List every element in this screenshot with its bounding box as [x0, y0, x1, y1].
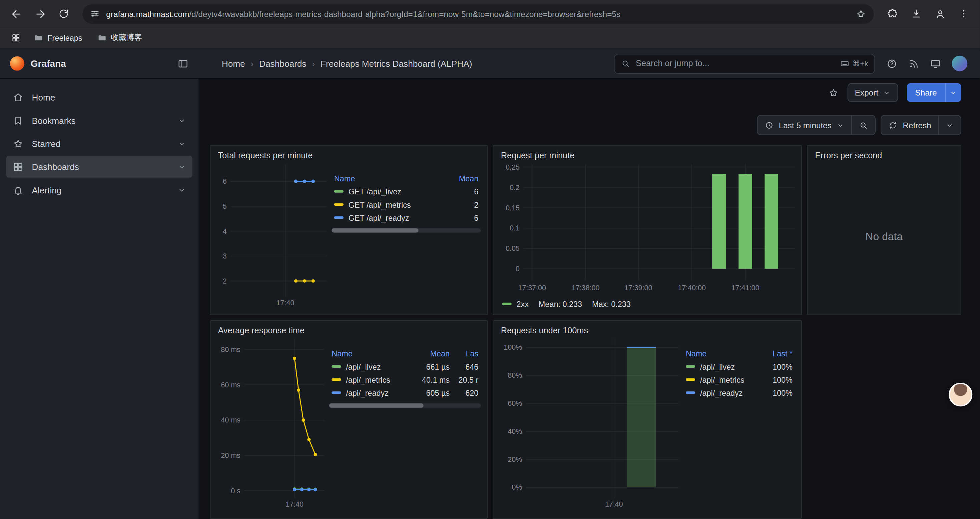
average-response-chart[interactable]: 80 ms60 ms40 ms20 ms0 s17:40 — [217, 339, 324, 509]
panel-title[interactable]: Errors per second — [815, 151, 954, 160]
panel-title[interactable]: Total requests per minute — [218, 151, 480, 160]
time-range-button[interactable]: Last 5 minutes — [757, 115, 851, 134]
site-info-icon[interactable] — [90, 9, 100, 19]
screen: grafana.mathmast.com/d/deytv4rwavabkb/fr… — [0, 0, 980, 519]
series-color-dash — [334, 203, 344, 206]
chevron-down-icon[interactable] — [177, 162, 186, 171]
bookmark-folder-freeleaps[interactable]: Freeleaps — [29, 31, 87, 45]
legend-scrollbar[interactable] — [332, 228, 481, 232]
series-color-dash — [502, 303, 511, 305]
panel-title[interactable]: Requests under 100ms — [501, 326, 795, 335]
kiosk-mode-button[interactable] — [930, 58, 941, 69]
export-button[interactable]: Export — [847, 83, 898, 102]
favorite-dashboard-button[interactable] — [828, 87, 838, 98]
search-placeholder: Search or jump to... — [636, 59, 834, 68]
user-avatar — [952, 56, 968, 72]
legend-header[interactable]: Name — [683, 348, 759, 360]
share-button[interactable]: Share — [907, 83, 945, 102]
profile-button[interactable] — [930, 4, 950, 24]
legend-row[interactable]: /api/_readyz100% — [683, 386, 795, 399]
total-requests-chart[interactable]: 6543217:40 — [217, 164, 327, 308]
forward-button[interactable] — [30, 4, 50, 24]
legend-cell: GET /api/_metrics — [332, 198, 445, 211]
series-color-dash — [332, 366, 341, 368]
sidebar-toggle-button[interactable] — [177, 58, 189, 69]
series-color-dash — [686, 392, 695, 394]
zoom-out-button[interactable] — [851, 115, 875, 134]
browser-menu-button[interactable] — [954, 4, 974, 24]
legend-row[interactable]: /api/_readyz605 µs620 — [329, 386, 481, 399]
dock-sidebar-icon — [177, 58, 189, 69]
breadcrumb-dashboards[interactable]: Dashboards — [259, 58, 306, 69]
legend-row[interactable]: GET /api/_livez6 — [332, 185, 481, 198]
legend-row[interactable]: GET /api/_metrics2 — [332, 198, 481, 211]
svg-text:17:39:00: 17:39:00 — [624, 284, 652, 292]
downloads-button[interactable] — [906, 4, 926, 24]
legend-header[interactable]: Mean — [445, 172, 481, 185]
forward-icon — [34, 8, 46, 20]
legend-row[interactable]: /api/_metrics100% — [683, 374, 795, 386]
assistant-avatar[interactable] — [949, 383, 972, 406]
sidebar-item-home[interactable]: Home — [6, 86, 192, 108]
legend-row[interactable]: /api/_metrics40.1 ms20.5 r — [329, 374, 481, 386]
legend-series[interactable]: 2xx — [502, 300, 528, 309]
help-button[interactable] — [886, 58, 897, 69]
sidebar-item-alerting[interactable]: Alerting — [6, 179, 192, 201]
sidebar-item-bookmarks[interactable]: Bookmarks — [6, 110, 192, 132]
sidebar-item-starred[interactable]: Starred — [6, 133, 192, 155]
legend-header[interactable]: Last * — [759, 348, 795, 360]
chevron-down-icon — [837, 121, 845, 129]
legend-cell: /api/_metrics — [329, 374, 416, 386]
url-bar[interactable]: grafana.mathmast.com/d/deytv4rwavabkb/fr… — [83, 4, 873, 23]
svg-text:0 s: 0 s — [231, 487, 240, 495]
search-input[interactable]: Search or jump to... ⌘+k — [614, 53, 875, 73]
chevron-down-icon[interactable] — [177, 139, 186, 148]
grafana-logo[interactable] — [10, 56, 24, 71]
breadcrumb-current: Freeleaps Metrics Dashboard (ALPHA) — [321, 58, 473, 69]
request-per-minute-chart[interactable]: 0.250.20.150.10.05017:37:0017:38:0017:39… — [500, 164, 795, 293]
apps-grid-button[interactable] — [7, 30, 24, 46]
bookmark-star-icon[interactable] — [856, 8, 866, 19]
reload-button[interactable] — [54, 4, 74, 24]
legend-header[interactable]: Las — [452, 348, 481, 360]
news-button[interactable] — [908, 58, 919, 69]
legend-header[interactable]: Name — [329, 348, 416, 360]
legend-row[interactable]: /api/_livez100% — [683, 360, 795, 374]
legend-cell: 40.1 ms — [416, 374, 452, 386]
scrollbar-thumb[interactable] — [332, 228, 418, 232]
legend-header[interactable]: Mean — [416, 348, 452, 360]
refresh-button[interactable]: Refresh — [881, 115, 938, 134]
legend-row[interactable]: GET /api/_readyz6 — [332, 211, 481, 224]
puzzle-icon — [887, 8, 898, 19]
scrollbar-thumb[interactable] — [329, 404, 423, 408]
bookmark-folder-blogs[interactable]: 收藏博客 — [92, 30, 147, 46]
sidebar-item-dashboards[interactable]: Dashboards — [6, 156, 192, 178]
chevron-down-icon[interactable] — [177, 185, 186, 194]
url-text: grafana.mathmast.com/d/deytv4rwavabkb/fr… — [106, 9, 849, 18]
time-range-group: Last 5 minutes — [757, 115, 876, 135]
refresh-interval-dropdown[interactable] — [938, 115, 960, 134]
legend-scrollbar[interactable] — [329, 404, 481, 408]
panel-title[interactable]: Average response time — [218, 326, 480, 335]
panel-requests-under-100ms: Requests under 100ms 100%80%60%40%20%0%1… — [493, 320, 802, 519]
share-dropdown-button[interactable] — [945, 83, 961, 102]
legend-cell: 100% — [759, 386, 795, 399]
extensions-button[interactable] — [883, 4, 903, 24]
sidebar-item-label: Dashboards — [32, 162, 79, 172]
under-100ms-legend: NameLast */api/_livez100%/api/_metrics10… — [683, 348, 795, 513]
breadcrumb-home[interactable]: Home — [222, 58, 245, 69]
under-100ms-chart[interactable]: 100%80%60%40%20%0%17:40 — [500, 339, 678, 509]
chevron-down-icon[interactable] — [177, 116, 186, 125]
panel-title[interactable]: Request per minute — [501, 151, 795, 160]
back-button[interactable] — [6, 4, 26, 24]
legend-mean: Mean: 0.233 — [539, 300, 582, 309]
svg-text:4: 4 — [223, 227, 227, 235]
svg-text:0.1: 0.1 — [510, 224, 520, 232]
legend-cell: 605 µs — [416, 386, 452, 399]
legend-row[interactable]: /api/_livez661 µs646 — [329, 360, 481, 374]
svg-text:0.25: 0.25 — [506, 164, 520, 171]
search-icon — [621, 59, 630, 68]
legend-header[interactable]: Name — [332, 172, 445, 185]
user-avatar-button[interactable] — [952, 56, 968, 72]
grafana-header: Grafana Home › Dashboards › Freeleaps Me… — [0, 49, 980, 79]
